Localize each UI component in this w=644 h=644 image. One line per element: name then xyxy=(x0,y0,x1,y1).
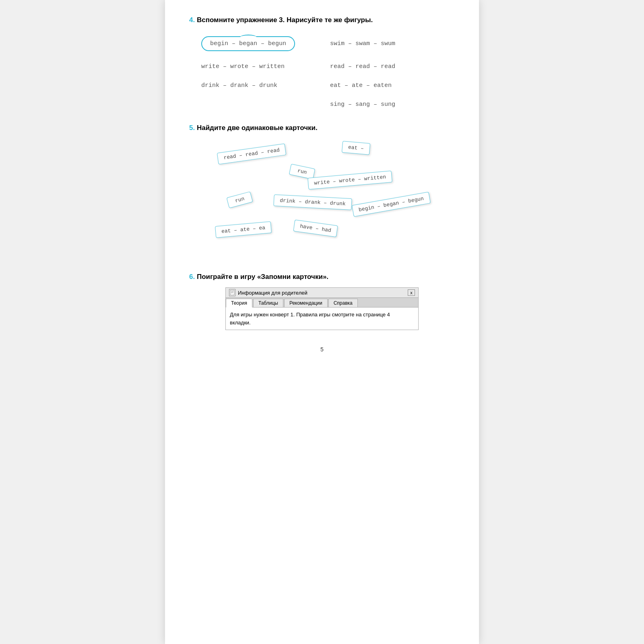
card-have-had: have – had xyxy=(293,220,338,237)
exercise6-instruction: Поиграйте в игру «Запомни карточки». xyxy=(197,273,328,281)
verb-sing: sing – sang – sung xyxy=(322,101,447,108)
exercise5: 5. Найдите две одинаковые карточки. read… xyxy=(189,124,455,253)
verb-begin: begin – began – begun xyxy=(197,36,322,51)
exercise4-number: 4. xyxy=(189,16,195,24)
info-window-title: Информация для родителей xyxy=(238,290,308,296)
oval-highlight: begin – began – begun xyxy=(201,36,295,51)
info-content: Для игры нужен конверт 1. Правила игры с… xyxy=(226,308,418,330)
exercise6: 6. Поиграйте в игру «Запомни карточки». … xyxy=(189,273,455,330)
exercise4-instruction: Вспомните упражнение 3. Нарисуйте те же … xyxy=(197,16,373,24)
verb-eat: eat – ate – eaten xyxy=(322,82,447,89)
card-eat-partial: eat – xyxy=(342,141,370,155)
info-tabs: Теория Таблицы Рекомендации Справка xyxy=(226,298,418,308)
page-number: 5 xyxy=(189,346,455,353)
titlebar-left: Информация для родителей xyxy=(229,289,308,296)
verb-write: write – wrote – written xyxy=(197,63,322,70)
exercise5-instruction: Найдите две одинаковые карточки. xyxy=(197,124,318,132)
card-eat-ate-ea: eat – ate – ea xyxy=(215,221,272,238)
verb-swim-text: swim – swam – swum xyxy=(330,40,395,47)
verb-read-text: read – read – read xyxy=(330,63,395,70)
close-button[interactable]: x xyxy=(408,289,415,296)
tab-tablitsy[interactable]: Таблицы xyxy=(253,299,283,307)
verb-begin-text: begin – began – begun xyxy=(210,40,286,47)
verb-grid: begin – began – begun swim – swam – swum… xyxy=(189,36,455,108)
tab-rekomendatsii[interactable]: Рекомендации xyxy=(284,299,328,307)
card-run2: run xyxy=(227,192,253,208)
verb-drink-text: drink – drank – drunk xyxy=(201,82,277,89)
verb-drink: drink – drank – drunk xyxy=(197,82,322,89)
exercise6-title: 6. Поиграйте в игру «Запомни карточки». xyxy=(189,273,455,281)
verb-swim: swim – swam – swum xyxy=(322,36,447,51)
card-read-read-read: read – read – read xyxy=(217,143,287,164)
tab-spravka[interactable]: Справка xyxy=(328,299,358,307)
exercise5-number: 5. xyxy=(189,124,195,132)
verb-sing-text: sing – sang – sung xyxy=(330,101,395,108)
card-run1: run xyxy=(289,164,316,180)
info-content-text: Для игры нужен конверт 1. Правила игры с… xyxy=(230,312,390,326)
verb-write-text: write – wrote – written xyxy=(201,63,285,70)
cards-pile: read – read – read eat – run write – wro… xyxy=(205,140,439,253)
card-begin-began-begun: begin – began – begun xyxy=(352,192,431,217)
page-icon xyxy=(229,289,235,296)
exercise5-title: 5. Найдите две одинаковые карточки. xyxy=(189,124,455,132)
verb-read: read – read – read xyxy=(322,63,447,70)
exercise4-title: 4. Вспомните упражнение 3. Нарисуйте те … xyxy=(189,16,455,24)
exercise6-number: 6. xyxy=(189,273,195,281)
svg-rect-0 xyxy=(230,290,234,295)
card-drink-drank-drunk: drink – drank – drunk xyxy=(273,194,352,210)
verb-empty xyxy=(197,101,322,108)
verb-eat-text: eat – ate – eaten xyxy=(330,82,392,89)
info-window-titlebar: Информация для родителей x xyxy=(226,288,418,298)
info-window: Информация для родителей x Теория Таблиц… xyxy=(225,287,419,330)
card-write-wrote-written: write – wrote – written xyxy=(308,171,392,190)
page: 4. Вспомните упражнение 3. Нарисуйте те … xyxy=(165,0,479,644)
tab-teoria[interactable]: Теория xyxy=(226,299,252,308)
exercise4: 4. Вспомните упражнение 3. Нарисуйте те … xyxy=(189,16,455,108)
